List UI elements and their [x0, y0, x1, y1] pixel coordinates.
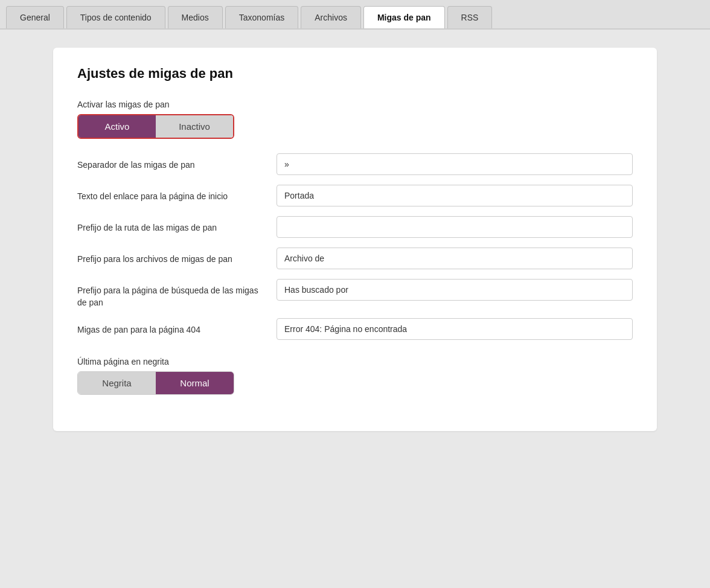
prefix-input[interactable] [277, 216, 633, 238]
tab-medios[interactable]: Medios [168, 6, 223, 28]
separator-label: Separador de las migas de pan [77, 153, 264, 171]
toggle-normal-button[interactable]: Normal [156, 372, 234, 394]
tab-rss[interactable]: RSS [447, 6, 493, 28]
404-input[interactable] [277, 318, 633, 340]
home-text-label: Texto del enlace para la página de inici… [77, 185, 264, 203]
bold-section: Última página en negrita Negrita Normal [77, 357, 633, 395]
prefix-label: Prefijo de la ruta de las migas de pan [77, 216, 264, 234]
search-prefix-label: Prefijo para la página de búsqueda de la… [77, 279, 264, 308]
toggle-inactivo-button[interactable]: Inactivo [156, 115, 233, 138]
prefix-row: Prefijo de la ruta de las migas de pan [77, 216, 633, 238]
home-text-row: Texto del enlace para la página de inici… [77, 185, 633, 206]
404-row: Migas de pan para la página 404 [77, 318, 633, 340]
404-input-wrapper [277, 318, 633, 340]
search-prefix-row: Prefijo para la página de búsqueda de la… [77, 279, 633, 308]
main-content: Ajustes de migas de pan Activar las miga… [0, 30, 710, 449]
bold-toggle-group: Negrita Normal [77, 371, 234, 395]
tab-migas-de-pan[interactable]: Migas de pan [363, 6, 445, 28]
tab-bar: General Tipos de contenido Medios Taxono… [0, 0, 710, 30]
activate-label: Activar las migas de pan [77, 100, 633, 109]
separator-input-wrapper [277, 153, 633, 175]
search-prefix-input-wrapper [277, 279, 633, 301]
toggle-negrita-button[interactable]: Negrita [78, 372, 156, 394]
settings-panel: Ajustes de migas de pan Activar las miga… [53, 48, 657, 431]
toggle-activo-button[interactable]: Activo [78, 115, 156, 138]
archive-prefix-row: Prefijo para los archivos de migas de pa… [77, 248, 633, 269]
archive-prefix-input[interactable] [277, 248, 633, 269]
home-text-input[interactable] [277, 185, 633, 206]
activate-toggle-group: Activo Inactivo [77, 114, 234, 139]
tab-archivos[interactable]: Archivos [301, 6, 361, 28]
prefix-input-wrapper [277, 216, 633, 238]
tab-general[interactable]: General [6, 6, 64, 28]
tab-tipos-de-contenido[interactable]: Tipos de contenido [66, 6, 165, 28]
bold-label: Última página en negrita [77, 357, 633, 366]
activate-field-group: Activar las migas de pan Activo Inactivo [77, 100, 633, 139]
home-text-input-wrapper [277, 185, 633, 206]
separator-input[interactable] [277, 153, 633, 175]
archive-prefix-label: Prefijo para los archivos de migas de pa… [77, 248, 264, 266]
404-label: Migas de pan para la página 404 [77, 318, 264, 336]
search-prefix-input[interactable] [277, 279, 633, 301]
panel-title: Ajustes de migas de pan [77, 66, 633, 81]
tab-taxonomias[interactable]: Taxonomías [225, 6, 298, 28]
separator-row: Separador de las migas de pan [77, 153, 633, 175]
archive-prefix-input-wrapper [277, 248, 633, 269]
